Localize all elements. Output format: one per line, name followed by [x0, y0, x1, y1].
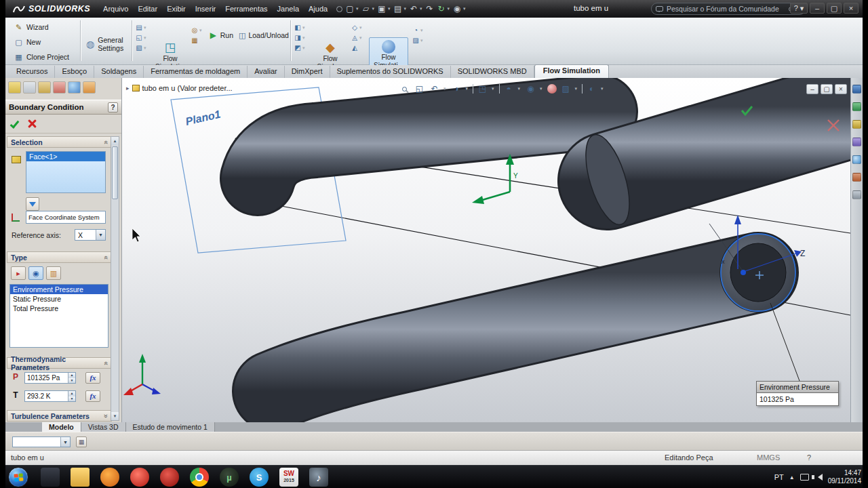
community-search[interactable]: Pesquisar o Fórum da Comunidade ▾: [651, 3, 806, 15]
computational-domain-icon[interactable]: ◱: [134, 33, 144, 42]
pm-scroll-down-icon[interactable]: ▼: [111, 412, 119, 420]
task-pane-resources-icon[interactable]: [852, 85, 861, 94]
pressure-openings-toggle[interactable]: ◉: [28, 266, 43, 280]
file-explorer-icon[interactable]: [852, 120, 861, 129]
list-item-environment-pressure[interactable]: Environment Pressure: [10, 285, 108, 294]
tab-dimxpert[interactable]: DimXpert: [285, 66, 330, 78]
taskbar-itunes-icon[interactable]: ♪: [309, 468, 328, 487]
taskbar-opera-icon[interactable]: [160, 468, 179, 487]
appearances-icon[interactable]: [852, 155, 861, 164]
run-button[interactable]: ▶ Run: [206, 28, 236, 42]
custom-properties-icon[interactable]: [852, 190, 861, 199]
doc-minimize-button[interactable]: –: [806, 84, 818, 94]
load-unload-button[interactable]: ◫ Load/Unload: [236, 28, 288, 42]
property-manager-tab-icon[interactable]: [23, 81, 36, 94]
doc-close-button[interactable]: ×: [835, 84, 847, 94]
simulation-tree-tab-icon[interactable]: [83, 81, 96, 94]
pm-cancel-button[interactable]: [28, 119, 37, 128]
tab-soldagens[interactable]: Soldagens: [94, 66, 144, 78]
print-icon[interactable]: ▤: [393, 3, 403, 14]
menu-exibir[interactable]: Exibir: [162, 0, 191, 18]
tab-modelo[interactable]: Modelo: [42, 422, 81, 432]
turbulence-group-header[interactable]: Turbulence Parameters«: [7, 410, 112, 422]
coordinate-system-box[interactable]: Face Coordinate System: [26, 211, 106, 224]
pm-scroll-up-icon[interactable]: ▲: [111, 137, 119, 145]
start-button[interactable]: [8, 467, 28, 487]
volume-icon[interactable]: [814, 474, 823, 481]
network-icon[interactable]: [800, 474, 809, 481]
menu-editar[interactable]: Editar: [133, 0, 162, 18]
cut-plot-icon[interactable]: ◧: [293, 23, 302, 32]
close-button[interactable]: ×: [844, 3, 859, 14]
tab-esboco[interactable]: Esboço: [55, 66, 94, 78]
pressure-field[interactable]: 101325 Pa ▲▼: [24, 372, 76, 384]
wall-toggle[interactable]: ▥: [46, 266, 61, 280]
taskbar-quicktime-icon[interactable]: [130, 468, 149, 487]
selection-list[interactable]: Face<1>: [26, 151, 106, 193]
view-settings-icon[interactable]: ◐: [586, 83, 597, 95]
section-view-icon[interactable]: ◑: [451, 83, 462, 95]
new-document-icon[interactable]: ▢: [344, 3, 355, 14]
help-button[interactable]: ? ▾: [790, 3, 808, 14]
reference-axis-dropdown-icon[interactable]: ▼: [96, 230, 105, 240]
tab-avaliar[interactable]: Avaliar: [248, 66, 284, 78]
temperature-dependency-button[interactable]: fx: [85, 390, 100, 402]
particle-study-icon[interactable]: ◬: [350, 33, 359, 42]
taskbar-winamp-icon[interactable]: [100, 468, 119, 487]
pin-menu-icon[interactable]: [336, 6, 342, 12]
maximize-button[interactable]: ▢: [827, 3, 842, 14]
edit-appearance-icon[interactable]: [547, 84, 557, 94]
pm-scrollbar[interactable]: ▲ ▼: [111, 136, 119, 421]
graphics-area[interactable]: Plano1: [122, 78, 850, 422]
display-style-icon[interactable]: ◓: [503, 83, 515, 95]
surface-plot-icon[interactable]: ◨: [293, 33, 302, 42]
selection-group-header[interactable]: Selection«: [7, 136, 112, 148]
selection-filter-button[interactable]: [26, 197, 39, 211]
taskbar-clock[interactable]: 14:47 09/11/2014: [828, 469, 861, 485]
flyout-tree-arrow-icon[interactable]: ▸: [126, 85, 130, 92]
isosurface-icon[interactable]: ◩: [293, 43, 302, 52]
reference-axis-select[interactable]: X ▼: [75, 229, 106, 241]
taskbar-media-app-icon[interactable]: [41, 468, 60, 487]
menu-inserir[interactable]: Inserir: [191, 0, 221, 18]
motion-manager-icon[interactable]: ▦: [76, 436, 87, 447]
temperature-field[interactable]: 293.2 K ▲▼: [24, 390, 76, 402]
status-units[interactable]: MMGS: [757, 453, 780, 462]
dimxpert-manager-tab-icon[interactable]: [53, 81, 66, 94]
callout-value[interactable]: 101325 Pa: [757, 393, 838, 405]
menu-arquivo[interactable]: Arquivo: [98, 0, 133, 18]
display-manager-tab-icon[interactable]: [68, 81, 81, 94]
taskbar-solidworks-icon[interactable]: SW 2015: [279, 468, 298, 487]
flow-openings-toggle[interactable]: ▸: [11, 266, 26, 280]
options-gear-icon[interactable]: ◉: [452, 3, 462, 14]
configuration-manager-tab-icon[interactable]: [38, 81, 51, 94]
general-settings-button[interactable]: ◍ General Settings: [83, 33, 130, 56]
tab-flow-simulation[interactable]: Flow Simulation: [534, 64, 609, 78]
fans-icon[interactable]: ◔: [411, 26, 420, 35]
tab-solidworks-mbd[interactable]: SOLIDWORKS MBD: [451, 66, 534, 78]
component-control-icon[interactable]: ▧: [134, 43, 144, 52]
selected-face-item[interactable]: Face<1>: [26, 152, 105, 161]
scene-icon[interactable]: [852, 173, 861, 182]
temperature-spinner[interactable]: ▲▼: [68, 391, 75, 401]
pm-scrollbar-thumb[interactable]: [112, 146, 118, 199]
open-document-icon[interactable]: ▱: [361, 3, 372, 14]
show-hidden-icons-button[interactable]: ▲: [789, 474, 795, 481]
redo-icon[interactable]: ↷: [425, 3, 435, 14]
goals-icon[interactable]: ◎: [190, 26, 199, 35]
hide-show-items-icon[interactable]: ◉: [525, 83, 536, 95]
language-indicator[interactable]: PT: [774, 473, 784, 481]
list-item-static-pressure[interactable]: Static Pressure: [10, 294, 108, 304]
menu-janela[interactable]: Janela: [273, 0, 304, 18]
feature-manager-tab-icon[interactable]: [8, 81, 21, 94]
list-item-total-pressure[interactable]: Total Pressure: [10, 304, 108, 313]
clone-project-button[interactable]: ▦Clone Project: [11, 50, 77, 64]
tab-recursos[interactable]: Recursos: [9, 66, 55, 78]
pm-ok-button[interactable]: [10, 119, 20, 128]
menu-ferramentas[interactable]: Ferramentas: [220, 0, 272, 18]
porous-media-icon[interactable]: ▨: [411, 36, 420, 45]
tab-suplementos[interactable]: Suplementos do SOLIDWORKS: [330, 66, 451, 78]
wizard-button[interactable]: ✎Wizard: [11, 20, 77, 34]
tab-estudo-de-movimento[interactable]: Estudo de movimento 1: [126, 422, 215, 432]
tab-ferramentas-de-moldagem[interactable]: Ferramentas de moldagem: [144, 66, 248, 78]
